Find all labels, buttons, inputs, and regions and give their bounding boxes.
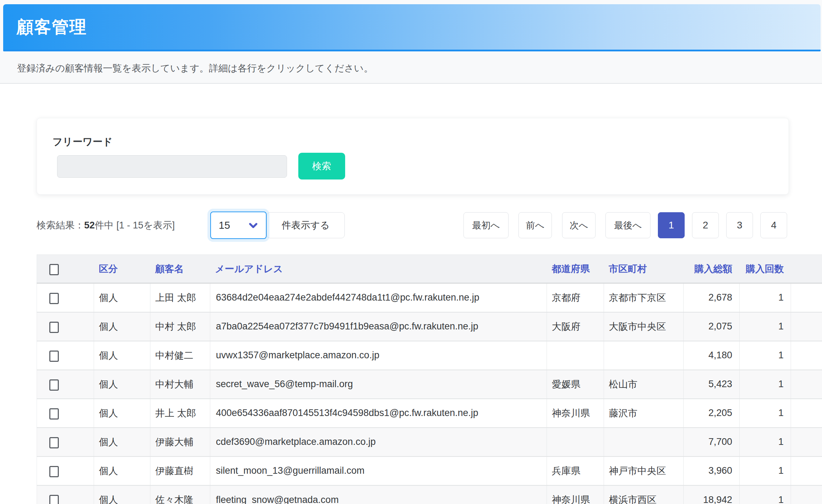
freeword-input[interactable] xyxy=(57,155,287,178)
city-cell: 松山市 xyxy=(604,370,684,399)
table-row[interactable]: 個人中村健二uvwx1357@marketplace.amazon.co.jp4… xyxy=(37,341,822,370)
page-subtitle-strip: 登録済みの顧客情報一覧を表示しています。詳細は各行をクリックしてください。 xyxy=(0,53,822,84)
table-row[interactable]: 個人井上 太郎400e654336aaf870145513f4c94598dbs… xyxy=(37,399,822,428)
customer-name-cell: 佐々木隆 xyxy=(150,485,210,504)
column-header-email[interactable]: メールアドレス xyxy=(210,255,547,283)
column-header-purchase-count[interactable]: 購入回数 xyxy=(740,255,791,283)
customer-table: 区分顧客名メールアドレス都道府県市区町村購入総額購入回数 個人上田 太郎6368… xyxy=(37,254,822,504)
page-header: 顧客管理 xyxy=(3,4,821,51)
prefecture-cell: 神奈川県 xyxy=(547,485,604,504)
table-row[interactable]: 個人中村大輔secret_wave_56@temp-mail.org愛媛県松山市… xyxy=(37,370,822,399)
table-row[interactable]: 個人上田 太郎63684d2e04eaa274e2abdef442748da1t… xyxy=(37,283,822,312)
purchase-count-cell: 1 xyxy=(740,428,791,456)
pagination-page-button[interactable]: 1 xyxy=(658,212,685,238)
prefecture-cell: 神奈川県 xyxy=(547,399,604,428)
city-cell: 神戸市中央区 xyxy=(604,456,684,485)
purchase-count-cell: 1 xyxy=(740,485,791,504)
prefecture-cell: 大阪府 xyxy=(547,312,604,341)
city-cell: 横浜市西区 xyxy=(604,485,684,504)
row-checkbox[interactable] xyxy=(49,293,59,304)
kubun-cell: 個人 xyxy=(94,312,150,341)
search-panel: フリーワード 検索 xyxy=(37,118,789,195)
search-button[interactable]: 検索 xyxy=(298,153,345,179)
page-subtitle: 登録済みの顧客情報一覧を表示しています。詳細は各行をクリックしてください。 xyxy=(0,62,373,75)
customer-name-cell: 中村健二 xyxy=(150,341,210,370)
pagination: 最初へ 前へ 次へ 最後へ 1234 xyxy=(463,212,787,238)
per-page-apply-button[interactable]: 件表示する xyxy=(267,212,345,238)
city-cell xyxy=(604,428,684,456)
kubun-cell: 個人 xyxy=(94,456,150,485)
city-cell: 藤沢市 xyxy=(604,399,684,428)
pagination-first-button[interactable]: 最初へ xyxy=(463,212,509,238)
column-header-prefecture[interactable]: 都道府県 xyxy=(547,255,604,283)
row-select-cell xyxy=(37,283,94,312)
purchase-total-cell: 3,960 xyxy=(684,456,740,485)
prefecture-cell: 京都府 xyxy=(547,283,604,312)
table-header-row: 区分顧客名メールアドレス都道府県市区町村購入総額購入回数 xyxy=(37,255,822,283)
row-checkbox[interactable] xyxy=(49,466,59,477)
purchase-total-cell: 7,700 xyxy=(684,428,740,456)
pagination-page-button[interactable]: 2 xyxy=(692,212,719,238)
row-checkbox[interactable] xyxy=(49,351,59,362)
pagination-last-button[interactable]: 最後へ xyxy=(605,212,650,238)
email-cell: uvwx1357@marketplace.amazon.co.jp xyxy=(210,341,547,370)
row-checkbox[interactable] xyxy=(49,408,59,420)
city-cell: 京都市下京区 xyxy=(604,283,684,312)
email-cell: fleeting_snow@getnada.com xyxy=(210,485,547,504)
table-row[interactable]: 個人中村 太郎a7ba0a2254ea072f377c7b9491f1b9eas… xyxy=(37,312,822,341)
email-cell: silent_moon_13@guerrillamail.com xyxy=(210,456,547,485)
purchase-total-cell: 5,423 xyxy=(684,370,740,399)
column-header-city[interactable]: 市区町村 xyxy=(604,255,684,283)
column-header-customer-name[interactable]: 顧客名 xyxy=(150,255,210,283)
customer-name-cell: 井上 太郎 xyxy=(150,399,210,428)
freeword-label: フリーワード xyxy=(52,135,113,149)
column-header-kubun[interactable]: 区分 xyxy=(94,255,150,283)
purchase-total-cell: 2,678 xyxy=(684,283,740,312)
customer-name-cell: 伊藤大輔 xyxy=(150,428,210,456)
kubun-cell: 個人 xyxy=(94,485,150,504)
results-summary-suffix: 件中 [1 - 15を表示] xyxy=(95,220,175,231)
results-total-count: 52 xyxy=(84,220,95,231)
purchase-count-cell: 1 xyxy=(740,399,791,428)
pagination-next-button[interactable]: 次へ xyxy=(562,212,596,238)
table-row[interactable]: 個人佐々木隆fleeting_snow@getnada.com神奈川県横浜市西区… xyxy=(37,485,822,504)
row-select-cell xyxy=(37,485,94,504)
purchase-count-cell: 1 xyxy=(740,370,791,399)
prefecture-cell: 兵庫県 xyxy=(547,456,604,485)
email-cell: 400e654336aaf870145513f4c94598dbs1@pc.fw… xyxy=(210,399,547,428)
overflow-cell xyxy=(791,283,822,312)
row-checkbox[interactable] xyxy=(49,322,59,333)
city-cell xyxy=(604,341,684,370)
email-cell: secret_wave_56@temp-mail.org xyxy=(210,370,547,399)
kubun-cell: 個人 xyxy=(94,428,150,456)
overflow-cell xyxy=(791,456,822,485)
per-page-value: 15 xyxy=(219,220,230,231)
column-header-purchase-total[interactable]: 購入総額 xyxy=(684,255,740,283)
overflow-cell xyxy=(791,312,822,341)
purchase-count-cell: 1 xyxy=(740,341,791,370)
purchase-count-cell: 1 xyxy=(740,283,791,312)
purchase-count-cell: 1 xyxy=(740,456,791,485)
per-page-select[interactable]: 15 xyxy=(210,212,267,239)
overflow-header-cell xyxy=(791,255,822,283)
row-checkbox[interactable] xyxy=(49,495,59,504)
row-checkbox[interactable] xyxy=(49,437,59,448)
purchase-total-cell: 2,075 xyxy=(684,312,740,341)
customer-name-cell: 中村大輔 xyxy=(150,370,210,399)
prefecture-cell xyxy=(547,341,604,370)
email-cell: a7ba0a2254ea072f377c7b9491f1b9easa@pc.fw… xyxy=(210,312,547,341)
row-checkbox[interactable] xyxy=(49,379,59,391)
pagination-page-button[interactable]: 4 xyxy=(760,212,787,238)
pagination-prev-button[interactable]: 前へ xyxy=(518,212,552,238)
table-row[interactable]: 個人伊藤直樹silent_moon_13@guerrillamail.com兵庫… xyxy=(37,456,822,485)
results-summary: 検索結果：52件中 [1 - 15を表示] xyxy=(37,212,175,238)
purchase-total-cell: 4,180 xyxy=(684,341,740,370)
overflow-cell xyxy=(791,485,822,504)
row-select-cell xyxy=(37,428,94,456)
overflow-cell xyxy=(791,341,822,370)
overflow-cell xyxy=(791,370,822,399)
table-row[interactable]: 個人伊藤大輔cdef3690@marketplace.amazon.co.jp7… xyxy=(37,428,822,456)
pagination-page-button[interactable]: 3 xyxy=(726,212,753,238)
select-all-checkbox[interactable] xyxy=(49,264,59,275)
row-select-cell xyxy=(37,399,94,428)
